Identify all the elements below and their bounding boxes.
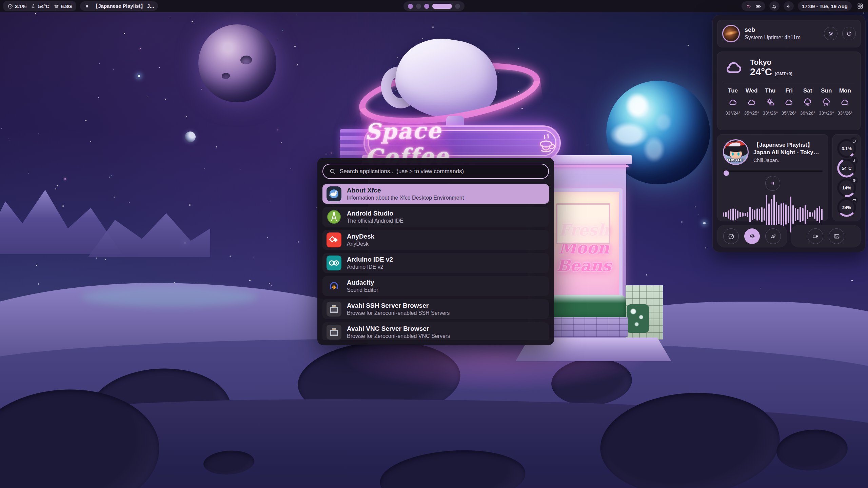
forecast-day: Tue bbox=[728, 87, 738, 94]
search-icon bbox=[329, 168, 336, 175]
app-description: AnyDesk bbox=[347, 241, 374, 247]
visualizer-bar bbox=[737, 210, 738, 219]
visualizer-bar bbox=[800, 207, 801, 222]
power-button[interactable] bbox=[842, 27, 856, 40]
cpu-value: 3.1% bbox=[15, 3, 26, 9]
balanced-mode-button[interactable] bbox=[744, 228, 760, 244]
menu-board bbox=[556, 203, 610, 244]
speedometer-icon bbox=[728, 233, 735, 240]
visualizer-bar bbox=[821, 209, 823, 220]
visualizer-bar bbox=[761, 207, 763, 222]
seek-knob[interactable] bbox=[724, 170, 729, 176]
visualizer-bar bbox=[764, 208, 765, 221]
system-gauges: 3.1%54°C14%24% bbox=[832, 134, 861, 221]
forecast-temps: 33°/26° bbox=[763, 110, 778, 116]
track-artist: Chill Japan. bbox=[753, 158, 823, 163]
rain-icon bbox=[821, 97, 831, 107]
app-row-android-studio[interactable]: Android StudioThe official Android IDE bbox=[322, 207, 549, 227]
workspace-switcher[interactable] bbox=[403, 1, 465, 11]
chip-gauge: 14% bbox=[837, 178, 856, 198]
anydesk-app-icon bbox=[327, 232, 341, 247]
search-input[interactable] bbox=[340, 168, 542, 175]
app-row-anydesk[interactable]: AnyDeskAnyDesk bbox=[322, 230, 549, 250]
powersave-mode-button[interactable] bbox=[765, 228, 781, 244]
forecast-wed: Wed35°/25° bbox=[742, 87, 761, 116]
visualizer-bar bbox=[723, 212, 724, 217]
app-title: Arduino IDE v2 bbox=[347, 256, 393, 263]
clock-chip[interactable]: 17:09 - Tue, 19 Aug bbox=[798, 1, 852, 11]
visualizer-bar bbox=[768, 203, 770, 226]
user-card: seb System Uptime: 4h11m bbox=[717, 20, 861, 47]
performance-mode-button[interactable] bbox=[723, 228, 739, 244]
thermometer-gauge: 54°C bbox=[837, 158, 856, 178]
visualizer-bar bbox=[754, 210, 755, 219]
forecast-day: Wed bbox=[746, 87, 758, 94]
visualizer-bar bbox=[778, 205, 780, 224]
workspace-dot-5[interactable] bbox=[455, 4, 460, 9]
visualizer-bar bbox=[742, 212, 743, 217]
forecast-temps: 35°/26° bbox=[782, 110, 797, 116]
settings-button[interactable] bbox=[824, 27, 837, 40]
divider bbox=[724, 83, 854, 83]
speaker-icon bbox=[786, 3, 791, 9]
app-description: Browse for Zeroconf-enabled SSH Servers bbox=[347, 310, 450, 316]
visualizer-bar bbox=[728, 210, 729, 219]
visualizer-bar bbox=[802, 208, 803, 221]
forecast-temps: 35°/25° bbox=[744, 110, 759, 116]
memory-stat: 6.8G bbox=[54, 3, 72, 9]
workspace-dot-3[interactable] bbox=[424, 4, 429, 9]
app-row-avahi-ssh-server-browser[interactable]: Avahi SSH Server BrowserBrowse for Zeroc… bbox=[322, 299, 549, 319]
power-profile-group bbox=[717, 225, 787, 247]
forecast-mon: Mon33°/26° bbox=[836, 87, 854, 116]
forecast-thu: Thu33°/26° bbox=[761, 87, 780, 116]
workspace-dot-2[interactable] bbox=[416, 4, 421, 9]
space-coffee-sign: Space Coffee bbox=[363, 125, 561, 161]
visualizer-bar bbox=[783, 203, 784, 226]
app-description: The official Android IDE bbox=[347, 218, 403, 224]
flower-bush bbox=[627, 304, 649, 333]
app-row-about-xfce[interactable]: About XfceInformation about the Xfce Des… bbox=[322, 184, 549, 204]
app-row-avahi-vnc-server-browser[interactable]: Avahi VNC Server BrowserBrowse for Zeroc… bbox=[322, 322, 549, 340]
app-description: Information about the Xfce Desktop Envir… bbox=[347, 195, 464, 201]
visualizer-bar bbox=[816, 208, 818, 222]
app-grid-button[interactable] bbox=[856, 2, 865, 11]
screen-record-button[interactable] bbox=[808, 228, 823, 244]
now-playing-title: 【Japanese Playlist】 J... bbox=[93, 3, 154, 9]
topbar: 3.1% 54°C 6.8G 【Japanese Playlist】 J... bbox=[0, 0, 868, 12]
weather-timezone: (GMT+9) bbox=[775, 71, 792, 76]
screenshot-button[interactable] bbox=[829, 228, 844, 244]
visualizer-bar bbox=[732, 208, 734, 221]
video-camera-icon bbox=[812, 233, 819, 240]
shop-window: FreshMoonBeans bbox=[545, 188, 623, 308]
power-icon bbox=[846, 30, 852, 37]
app-row-arduino-ide-v2[interactable]: Arduino IDE v2Arduino IDE v2 bbox=[322, 253, 549, 273]
temp-value: 54°C bbox=[38, 3, 50, 9]
visualizer-bar bbox=[785, 204, 787, 225]
visualizer-bar bbox=[809, 212, 811, 218]
seek-track bbox=[723, 170, 823, 172]
visualizer-bar bbox=[752, 209, 753, 220]
workspace-dot-1[interactable] bbox=[408, 4, 413, 9]
network-battery-chip[interactable] bbox=[742, 1, 765, 11]
visualizer-bar bbox=[759, 209, 760, 220]
media-player-card: TOKYO L 【Japanese Playlist】 Japan All Ni… bbox=[717, 134, 828, 221]
notifications-button[interactable] bbox=[769, 1, 780, 11]
app-title: AnyDesk bbox=[347, 233, 374, 240]
rain-icon bbox=[803, 97, 813, 107]
gauge-value: 54°C bbox=[837, 158, 856, 178]
play-pause-button[interactable] bbox=[765, 176, 780, 191]
visualizer-bar bbox=[807, 210, 808, 220]
visualizer-bar bbox=[797, 209, 798, 220]
track-title: 【Japanese Playlist】 Japan All Night - To… bbox=[753, 141, 823, 156]
now-playing-chip[interactable]: 【Japanese Playlist】 J... bbox=[80, 1, 158, 11]
cloud-icon bbox=[724, 57, 745, 78]
speedometer-icon bbox=[7, 3, 13, 9]
search-bar[interactable] bbox=[322, 164, 549, 179]
system-uptime: System Uptime: 4h11m bbox=[745, 35, 819, 41]
app-row-audacity[interactable]: AudacitySound Editor bbox=[322, 276, 549, 296]
volume-button[interactable] bbox=[784, 1, 794, 11]
seek-bar[interactable] bbox=[723, 170, 823, 172]
workspace-dot-4-active[interactable] bbox=[432, 4, 452, 9]
forecast-day: Sun bbox=[821, 87, 832, 94]
user-name: seb bbox=[745, 26, 819, 34]
